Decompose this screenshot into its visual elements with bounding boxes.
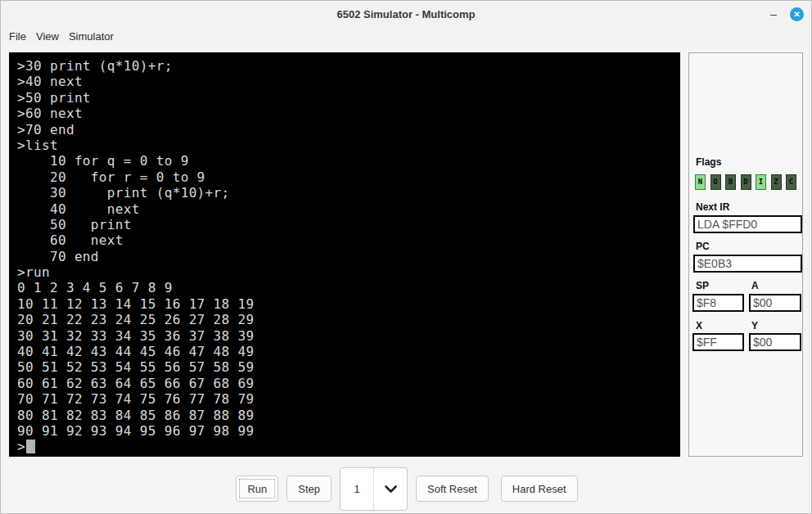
terminal-line: 0 1 2 3 4 5 6 7 8 9 [17, 280, 680, 295]
flag-indicator-I: I [756, 174, 766, 190]
terminal-output: >30 print (q*10)+r;>40 next>50 print>60 … [17, 58, 680, 439]
terminal-cursor [26, 440, 35, 453]
flags-row: NOBDIZC [695, 174, 796, 190]
menu-view[interactable]: View [31, 29, 64, 44]
step-count-combobox[interactable]: 1 [340, 467, 408, 511]
terminal-screen[interactable]: >30 print (q*10)+r;>40 next>50 print>60 … [9, 52, 680, 457]
terminal-line: >40 next [17, 74, 680, 89]
flag-indicator-O: O [710, 174, 721, 190]
flag-indicator-D: D [741, 174, 751, 190]
step-button[interactable]: Step [286, 476, 332, 502]
flag-indicator-Z: Z [771, 174, 782, 190]
flag-indicator-C: C [786, 174, 796, 190]
run-button[interactable]: Run [236, 476, 278, 502]
y-field[interactable] [749, 333, 801, 351]
terminal-line: 50 print [17, 217, 680, 232]
hard-reset-button[interactable]: Hard Reset [501, 476, 578, 502]
next-ir-field[interactable] [693, 215, 802, 233]
next-ir-label: Next IR [696, 201, 729, 213]
terminal-line: >run [17, 264, 680, 280]
terminal-line: 10 11 12 13 14 15 16 17 18 19 [17, 296, 680, 312]
terminal-line: >50 print [17, 90, 680, 106]
terminal-line: 50 51 52 53 54 55 56 57 58 59 [17, 359, 680, 375]
register-panel: Flags NOBDIZC Next IR PC SP A X Y [688, 52, 803, 457]
terminal-line: 40 next [17, 201, 680, 217]
terminal-line: 70 71 72 73 74 75 76 77 78 79 [17, 391, 680, 407]
control-bar: Run Step 1 Soft Reset Hard Reset [1, 467, 812, 511]
terminal-line: 60 61 62 63 64 65 66 67 68 69 [17, 376, 680, 391]
terminal-line: 70 end [17, 249, 680, 264]
window-controls: – ✕ [768, 1, 804, 27]
terminal-line: 20 for r = 0 to 9 [17, 169, 680, 185]
titlebar[interactable]: 6502 Simulator - Multicomp – ✕ [1, 1, 811, 27]
window-title: 6502 Simulator - Multicomp [336, 8, 475, 20]
soft-reset-button[interactable]: Soft Reset [416, 476, 489, 502]
terminal-line: 30 print (q*10)+r; [17, 185, 680, 201]
close-button[interactable]: ✕ [790, 7, 804, 21]
a-field[interactable] [749, 294, 801, 312]
sp-field[interactable] [692, 294, 744, 312]
terminal-line: 20 21 22 23 24 25 26 27 28 29 [17, 312, 680, 327]
app-window: 6502 Simulator - Multicomp – ✕ File View… [0, 0, 812, 514]
menubar: File View Simulator [1, 27, 811, 46]
a-label: A [751, 280, 759, 291]
menu-file[interactable]: File [4, 29, 31, 44]
flag-indicator-B: B [725, 174, 736, 190]
terminal-line: 60 next [17, 232, 680, 248]
terminal-line: >60 next [17, 106, 680, 121]
step-count-value[interactable]: 1 [341, 468, 374, 510]
terminal-line: >70 end [17, 122, 680, 138]
terminal-line: 30 31 32 33 34 35 36 37 38 39 [17, 328, 680, 344]
terminal-prompt-line: > [17, 439, 680, 454]
terminal-line: 40 41 42 43 44 45 46 47 48 49 [17, 344, 680, 359]
chevron-down-icon[interactable] [374, 468, 407, 510]
flags-label: Flags [696, 156, 721, 168]
x-label: X [696, 320, 702, 331]
terminal-line: 80 81 82 83 84 85 86 87 88 89 [17, 408, 680, 423]
menu-simulator[interactable]: Simulator [64, 29, 119, 44]
terminal-line: >list [17, 138, 680, 153]
minimize-button[interactable]: – [768, 1, 779, 27]
pc-label: PC [696, 241, 710, 252]
terminal-line: 90 91 92 93 94 95 96 97 98 99 [17, 423, 680, 439]
terminal-line: 10 for q = 0 to 9 [17, 153, 680, 169]
pc-field[interactable] [693, 255, 802, 273]
prompt-char: > [17, 439, 25, 454]
sp-label: SP [696, 280, 709, 291]
terminal-line: >30 print (q*10)+r; [17, 58, 680, 74]
y-label: Y [751, 320, 758, 331]
x-field[interactable] [692, 333, 744, 351]
flag-indicator-N: N [695, 174, 706, 190]
